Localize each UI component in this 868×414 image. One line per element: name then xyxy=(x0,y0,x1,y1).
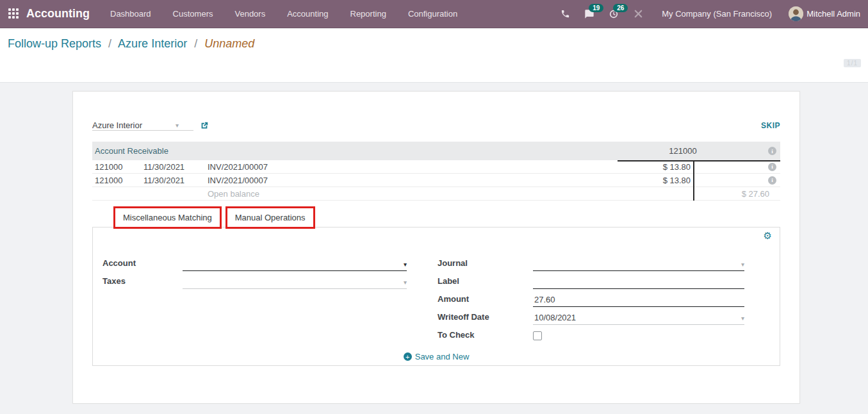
gear-icon[interactable]: ⚙ xyxy=(764,230,772,242)
amount-field xyxy=(533,294,744,307)
breadcrumb-separator: / xyxy=(108,37,111,50)
line-label: INV/2021/00007 xyxy=(208,176,616,185)
breadcrumb-separator: / xyxy=(194,37,197,50)
open-balance-row: Open balance $ 27.60 xyxy=(92,187,780,201)
chevron-down-icon[interactable]: ▾ xyxy=(741,261,744,268)
breadcrumb-azure-interior[interactable]: Azure Interior xyxy=(118,37,187,50)
account-code: 121000 xyxy=(602,146,764,156)
messages-icon[interactable]: 19 xyxy=(580,5,599,23)
taxes-field: ▾ xyxy=(183,276,407,289)
menu-vendors[interactable]: Vendors xyxy=(233,6,266,21)
user-name: Mitchell Admin xyxy=(807,9,860,19)
external-link-icon[interactable] xyxy=(200,121,209,130)
label-field xyxy=(533,276,744,289)
open-balance-label: Open balance xyxy=(208,189,616,199)
notebook-tabs: Miscellaneous Matching Manual Operations xyxy=(113,206,780,229)
writeoff-date-input[interactable] xyxy=(533,311,744,324)
move-lines: 121000 11/30/2021 INV/2021/00007 $ 13.80… xyxy=(92,160,780,201)
phone-icon[interactable] xyxy=(555,5,575,23)
line-account: 121000 xyxy=(92,162,143,172)
chevron-down-icon[interactable]: ▾ xyxy=(176,122,179,129)
writeoff-date-field: ▾ xyxy=(533,311,744,325)
move-line-row[interactable]: 121000 11/30/2021 INV/2021/00007 $ 13.80… xyxy=(92,174,780,187)
menu-dashboard[interactable]: Dashboard xyxy=(109,6,152,21)
line-label: INV/2021/00007 xyxy=(208,162,616,172)
messages-badge: 19 xyxy=(589,4,603,12)
taxes-label: Taxes xyxy=(102,276,183,289)
form-right-column: Journal ▾ Label Amount xyxy=(438,253,745,343)
company-switcher[interactable]: My Company (San Francisco) xyxy=(662,9,772,19)
line-amount: $ 13.80 xyxy=(616,162,693,172)
save-and-new-button[interactable]: + Save and New xyxy=(93,352,780,361)
skip-button[interactable]: SKIP xyxy=(761,121,780,130)
journal-label: Journal xyxy=(438,258,533,271)
partner-field: ▾ xyxy=(92,120,193,131)
account-name-link[interactable]: Account Receivable xyxy=(95,146,168,156)
control-panel: Follow-up Reports / Azure Interior / Unn… xyxy=(0,29,868,83)
user-avatar xyxy=(789,6,803,21)
to-check-checkbox[interactable] xyxy=(533,331,542,340)
journal-field: ▾ xyxy=(533,258,744,271)
navbar-left: Accounting Dashboard Customers Vendors A… xyxy=(0,6,459,21)
save-and-new-label: Save and New xyxy=(415,352,470,361)
line-date: 11/30/2021 xyxy=(143,176,208,185)
to-check-label: To Check xyxy=(438,330,533,343)
amount-input[interactable] xyxy=(533,294,744,306)
amount-column-top-rule xyxy=(618,160,780,161)
account-input[interactable] xyxy=(183,258,407,270)
partner-row: ▾ SKIP xyxy=(92,116,780,135)
menu-customers[interactable]: Customers xyxy=(172,6,215,21)
journal-input[interactable] xyxy=(533,258,744,270)
plus-icon: + xyxy=(404,352,412,361)
info-icon[interactable]: i xyxy=(768,176,776,185)
amount-label: Amount xyxy=(438,294,533,307)
chevron-down-icon[interactable]: ▾ xyxy=(741,315,744,322)
info-icon[interactable]: i xyxy=(768,163,776,171)
label-label: Label xyxy=(438,276,533,289)
breadcrumb-followup-reports[interactable]: Follow-up Reports xyxy=(8,37,101,50)
open-balance-amount: $ 27.60 xyxy=(693,189,780,199)
manual-operations-panel: ⚙ Account ▾ Taxes ▾ xyxy=(92,227,780,366)
line-amount: $ 13.80 xyxy=(616,176,693,185)
pager[interactable]: 1/1 xyxy=(844,59,861,67)
line-date: 11/30/2021 xyxy=(143,162,208,172)
app-title[interactable]: Accounting xyxy=(26,7,90,21)
account-label: Account xyxy=(102,258,183,271)
taxes-input[interactable] xyxy=(183,276,407,288)
breadcrumb: Follow-up Reports / Azure Interior / Unn… xyxy=(8,37,254,51)
reconciliation-table: Account Receivable 121000 i 121000 11/30… xyxy=(92,142,780,201)
form-left-column: Account ▾ Taxes ▾ xyxy=(102,253,416,343)
main-menu: Dashboard Customers Vendors Accounting R… xyxy=(109,6,459,21)
activities-clock-icon[interactable]: 26 xyxy=(604,5,623,23)
move-line-row[interactable]: 121000 11/30/2021 INV/2021/00007 $ 13.80… xyxy=(92,160,780,174)
menu-reporting[interactable]: Reporting xyxy=(349,6,388,21)
menu-configuration[interactable]: Configuration xyxy=(407,6,459,21)
activities-badge: 26 xyxy=(613,4,628,12)
annotation-red-box: Miscellaneous Matching xyxy=(113,206,222,229)
info-icon[interactable]: i xyxy=(768,147,776,155)
chevron-down-icon[interactable]: ▾ xyxy=(404,261,407,268)
reconciliation-card: ▾ SKIP Account Receivable 121000 i 12100… xyxy=(72,91,800,404)
chevron-down-icon[interactable]: ▾ xyxy=(404,279,407,286)
menu-accounting[interactable]: Accounting xyxy=(286,6,329,21)
navbar-right: 19 26 My Company (San Francisco) Mitchel… xyxy=(555,5,868,23)
writeoff-date-label: Writeoff Date xyxy=(438,312,533,325)
tools-icon[interactable] xyxy=(628,5,648,23)
account-field: ▾ xyxy=(183,258,407,271)
annotation-red-box: Manual Operations xyxy=(225,206,315,229)
breadcrumb-current-unnamed: Unnamed xyxy=(204,37,254,50)
amount-column-divider xyxy=(693,160,694,201)
user-menu[interactable]: Mitchell Admin xyxy=(789,6,860,21)
tab-manual-operations[interactable]: Manual Operations xyxy=(227,208,313,227)
top-navbar: Accounting Dashboard Customers Vendors A… xyxy=(0,0,868,28)
partner-input[interactable] xyxy=(92,120,176,130)
apps-menu-icon[interactable] xyxy=(8,8,20,20)
account-header-row[interactable]: Account Receivable 121000 i xyxy=(92,142,780,160)
label-input[interactable] xyxy=(533,276,744,288)
tab-miscellaneous-matching[interactable]: Miscellaneous Matching xyxy=(115,208,220,227)
line-account: 121000 xyxy=(92,176,143,185)
